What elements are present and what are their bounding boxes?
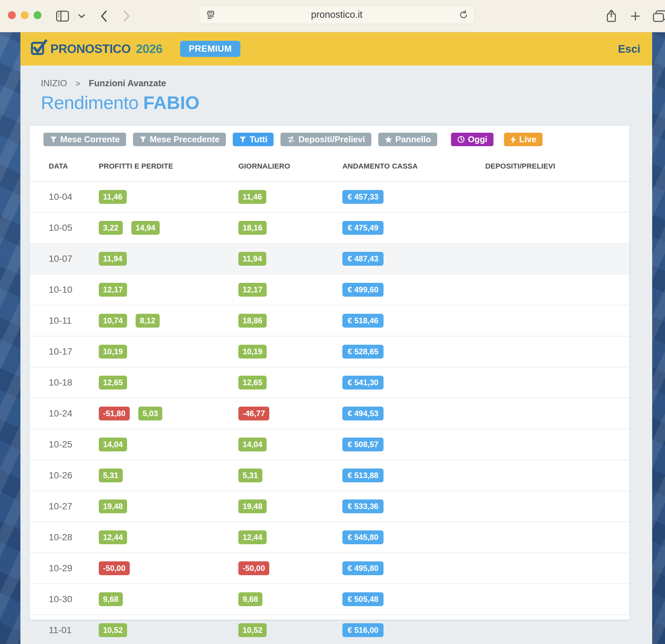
filter-mese-precedente[interactable]: Mese Precedente <box>133 133 226 146</box>
daily-cell: 5,31 <box>238 469 342 482</box>
filter-oggi[interactable]: Oggi <box>451 133 493 146</box>
cash-badge: € 508,57 <box>342 438 383 451</box>
close-window-button[interactable] <box>8 11 16 19</box>
table-row: 10-0711,9411,94€ 487,43 <box>30 244 629 274</box>
daily-badge: 5,31 <box>238 469 262 482</box>
sidebar-toggle-button[interactable] <box>54 8 71 24</box>
date-cell: 11-01 <box>49 625 99 636</box>
date-cell: 10-10 <box>49 284 99 295</box>
minimize-window-button[interactable] <box>21 11 28 19</box>
date-cell: 10-28 <box>49 532 99 543</box>
daily-cell: 11,46 <box>238 190 342 204</box>
pnl-cell: 14,04 <box>99 438 238 451</box>
page-settings-icon[interactable] <box>205 10 216 21</box>
filter-live[interactable]: Live <box>504 133 543 146</box>
daily-cell: -46,77 <box>238 406 342 420</box>
cash-cell: € 499,60 <box>342 283 485 296</box>
address-bar[interactable]: pronostico.it <box>198 5 475 24</box>
table-row: 10-0411,4611,46€ 457,33 <box>30 182 629 213</box>
page-title-name: FABIO <box>143 92 200 113</box>
daily-cell: 12,65 <box>238 376 342 389</box>
app-logo[interactable]: PRONOSTICO 2026 <box>31 41 162 57</box>
filter-mese-corrente[interactable]: Mese Corrente <box>43 133 126 146</box>
date-cell: 10-29 <box>49 563 99 573</box>
daily-badge: 12,65 <box>238 376 267 389</box>
cash-badge: € 494,53 <box>342 406 383 420</box>
cash-cell: € 541,30 <box>342 376 485 389</box>
logout-link[interactable]: Esci <box>618 43 640 55</box>
pnl-cell: -50,00 <box>99 561 238 575</box>
sidebar-icon <box>56 11 69 22</box>
zoom-window-button[interactable] <box>34 11 41 19</box>
date-cell: 10-26 <box>49 470 99 481</box>
breadcrumb-separator-icon: > <box>76 79 80 88</box>
pnl-badge: 12,17 <box>99 283 127 296</box>
reload-icon[interactable] <box>458 10 469 21</box>
table-row: 10-1110,748,1218,86€ 518,46 <box>30 305 629 337</box>
daily-cell: 12,44 <box>238 530 342 544</box>
share-button[interactable] <box>603 8 620 24</box>
forward-button[interactable] <box>118 8 135 24</box>
tabs-icon <box>652 10 665 22</box>
pnl-badge: 12,65 <box>99 376 127 389</box>
breadcrumb-home[interactable]: INIZIO <box>41 78 67 89</box>
star-icon <box>384 136 393 143</box>
pnl-cell: 12,17 <box>99 283 238 296</box>
cash-badge: € 487,43 <box>342 252 383 265</box>
column-header: DATA <box>49 162 99 171</box>
sidebar-menu-button[interactable] <box>73 8 90 24</box>
pnl-cell: 19,48 <box>99 499 238 513</box>
table-row: 10-265,315,31€ 513,88 <box>30 460 629 491</box>
daily-badge: 10,19 <box>238 345 267 358</box>
page-content: PRONOSTICO 2026 PREMIUM Esci INIZIO > Fu… <box>20 32 652 644</box>
pnl-badge: 9,68 <box>99 592 123 606</box>
filter-depositi-prelievi[interactable]: Depositi/Prelievi <box>281 133 371 146</box>
daily-cell: 10,19 <box>238 345 342 358</box>
daily-badge: 12,17 <box>238 283 267 296</box>
table-row: 10-1012,1712,17€ 499,60 <box>30 274 629 305</box>
cash-badge: € 516,00 <box>342 623 383 637</box>
filter-label: Depositi/Prelievi <box>298 134 365 145</box>
cash-cell: € 533,36 <box>342 499 485 513</box>
date-cell: 10-30 <box>49 594 99 605</box>
pnl-cell: 10,19 <box>99 345 238 358</box>
new-tab-button[interactable] <box>627 8 644 24</box>
daily-cell: 12,17 <box>238 283 342 296</box>
pnl-badge: 11,94 <box>99 252 127 265</box>
daily-badge: 18,16 <box>238 221 267 234</box>
daily-cell: 14,04 <box>238 438 342 451</box>
funnel-icon <box>239 136 247 143</box>
swap-icon <box>287 136 295 143</box>
table-row: 10-2719,4819,48€ 533,36 <box>30 491 629 522</box>
tab-overview-button[interactable] <box>651 8 665 24</box>
window-controls <box>8 11 41 19</box>
filter-pannello[interactable]: Pannello <box>378 133 437 146</box>
chevron-down-icon <box>78 14 85 18</box>
forward-arrow-icon <box>123 10 130 22</box>
date-cell: 10-05 <box>49 223 99 233</box>
app-header: PRONOSTICO 2026 PREMIUM Esci <box>20 32 652 65</box>
cash-cell: € 518,46 <box>342 314 485 327</box>
cash-cell: € 494,53 <box>342 406 485 420</box>
logo-text: PRONOSTICO <box>50 42 131 56</box>
cash-cell: € 457,33 <box>342 190 485 204</box>
cash-badge: € 457,33 <box>342 190 383 204</box>
daily-badge: -50,00 <box>238 561 269 575</box>
table-row: 10-053,2214,9418,16€ 475,49 <box>30 213 629 244</box>
date-cell: 10-04 <box>49 192 99 202</box>
pnl-cell: 11,94 <box>99 252 238 265</box>
report-card: Mese CorrenteMese PrecedenteTuttiDeposit… <box>30 126 629 620</box>
breadcrumb-current: Funzioni Avanzate <box>89 78 166 89</box>
filter-tutti[interactable]: Tutti <box>233 133 273 146</box>
pnl-cell: -51,805,03 <box>99 406 238 420</box>
daily-cell: -50,00 <box>238 561 342 575</box>
pnl-cell: 9,68 <box>99 592 238 606</box>
back-button[interactable] <box>95 8 112 24</box>
pnl-badge: 10,74 <box>99 314 127 327</box>
premium-badge[interactable]: PREMIUM <box>180 41 240 57</box>
pnl-badge: 14,04 <box>99 438 127 451</box>
table-row: 10-309,689,68€ 505,48 <box>30 584 629 615</box>
pnl-badge: 10,52 <box>99 623 127 637</box>
cash-badge: € 475,49 <box>342 221 383 234</box>
daily-cell: 10,52 <box>238 623 342 637</box>
